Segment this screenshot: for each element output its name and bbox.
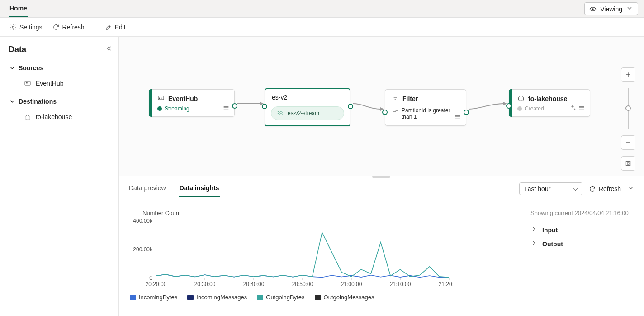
destinations-group-header[interactable]: Destinations — [9, 98, 114, 105]
sources-label: Sources — [19, 64, 43, 72]
svg-text:200.00k: 200.00k — [133, 246, 153, 253]
status-dot-icon — [157, 106, 162, 111]
zoom-slider[interactable] — [628, 88, 629, 129]
legend-outgoing-bytes[interactable]: OutgoingBytes — [257, 294, 304, 301]
node-title: to-lakehouse — [528, 95, 567, 102]
accordion-label: Output — [542, 240, 563, 248]
svg-rect-12 — [393, 110, 396, 112]
filter-icon — [392, 94, 399, 103]
output-port[interactable] — [464, 110, 469, 115]
node-accent — [149, 89, 152, 117]
svg-rect-4 — [27, 82, 28, 83]
eye-icon — [589, 5, 597, 13]
svg-text:21:00:00: 21:00:00 — [341, 281, 362, 287]
svg-rect-6 — [27, 84, 28, 84]
accordion-input[interactable]: Input — [530, 223, 635, 237]
svg-rect-3 — [26, 82, 27, 83]
stream-icon — [277, 110, 284, 117]
accordion-output[interactable]: Output — [530, 237, 635, 251]
timerange-select[interactable]: Last hour — [519, 182, 582, 195]
legend-incoming-messages[interactable]: IncomingMessages — [187, 294, 247, 301]
side-panel-title: Data — [9, 45, 114, 54]
lakehouse-icon — [517, 94, 525, 103]
tab-data-preview[interactable]: Data preview — [128, 180, 167, 197]
insights-refresh-label: Refresh — [599, 185, 621, 192]
node-title: es-v2 — [272, 94, 287, 101]
flow-canvas[interactable]: EventHub Streaming es-v2 es-v2-stream — [119, 37, 644, 176]
refresh-button[interactable]: Refresh — [52, 22, 85, 33]
showing-timestamp: Showing current 2024/04/04 21:16:00 — [530, 210, 635, 216]
chevron-right-icon — [530, 239, 538, 248]
settings-label: Settings — [19, 24, 43, 31]
node-more-button[interactable] — [454, 113, 461, 122]
eventhub-icon — [157, 94, 165, 103]
zoom-fit-button[interactable] — [621, 156, 635, 171]
legend-incoming-bytes[interactable]: IncomingBytes — [130, 294, 177, 301]
input-port[interactable] — [262, 104, 267, 109]
svg-rect-11 — [161, 98, 161, 99]
stream-pill-label: es-v2-stream — [288, 110, 319, 116]
svg-text:20:20:00: 20:20:00 — [146, 281, 167, 287]
refresh-label: Refresh — [62, 24, 85, 31]
collapse-panel-button[interactable] — [105, 45, 112, 53]
node-title: Filter — [402, 95, 418, 102]
node-stream[interactable]: es-v2 es-v2-stream — [265, 88, 350, 126]
tab-data-insights[interactable]: Data insights — [179, 180, 220, 197]
toolbar-separator — [95, 22, 95, 32]
node-eventhub[interactable]: EventHub Streaming — [149, 89, 235, 117]
source-item-eventhub[interactable]: EventHub — [9, 77, 114, 90]
chart-legend: IncomingBytes IncomingMessages OutgoingB… — [130, 294, 526, 301]
settings-button[interactable]: Settings — [9, 22, 43, 33]
stream-pill[interactable]: es-v2-stream — [271, 106, 344, 120]
node-more-button[interactable] — [578, 104, 585, 113]
timerange-value: Last hour — [524, 185, 550, 192]
svg-point-0 — [592, 8, 594, 10]
insights-chart: 0200.00k400.00k20:20:0020:30:0020:40:002… — [128, 217, 454, 290]
output-port[interactable] — [348, 104, 353, 109]
connector — [466, 100, 510, 114]
node-sink[interactable]: to-lakehouse Created — [509, 89, 590, 117]
svg-rect-8 — [159, 97, 160, 97]
zoom-out-button[interactable] — [621, 135, 635, 150]
input-port[interactable] — [506, 103, 511, 109]
side-panel: Data Sources EventHub Destinations — [0, 37, 119, 316]
condition-icon — [392, 107, 399, 115]
view-mode-dropdown[interactable]: Viewing — [584, 2, 638, 15]
chevron-down-icon — [9, 98, 16, 105]
input-port[interactable] — [382, 110, 388, 115]
gear-icon — [9, 24, 17, 31]
toolbar: Settings Refresh Edit — [0, 18, 644, 37]
legend-outgoing-messages[interactable]: OutgoingMessages — [315, 294, 374, 301]
tab-home[interactable]: Home — [9, 0, 28, 17]
insights-refresh-button[interactable]: Refresh — [589, 185, 621, 192]
svg-text:21:10:00: 21:10:00 — [390, 281, 411, 287]
svg-point-1 — [12, 26, 14, 28]
svg-text:21:20:00: 21:20:00 — [439, 281, 454, 287]
node-more-button[interactable] — [223, 104, 230, 113]
node-title: EventHub — [168, 95, 198, 102]
zoom-controls — [621, 67, 635, 171]
chevron-down-icon[interactable] — [627, 184, 635, 193]
zoom-in-button[interactable] — [621, 67, 635, 82]
legend-swatch — [315, 295, 321, 300]
svg-rect-7 — [158, 96, 164, 100]
node-filter[interactable]: Filter PartitionId is greater than 1 — [385, 89, 466, 126]
legend-swatch — [257, 295, 263, 300]
refresh-icon — [52, 24, 60, 31]
output-port[interactable] — [232, 103, 237, 109]
source-item-label: EventHub — [36, 80, 63, 87]
sparkle-icon — [569, 104, 576, 113]
svg-rect-17 — [626, 161, 630, 165]
zoom-thumb[interactable] — [625, 105, 631, 111]
sources-group-header[interactable]: Sources — [9, 64, 114, 72]
view-mode-label: Viewing — [600, 5, 622, 13]
node-status: Created — [525, 105, 544, 112]
edit-icon — [105, 24, 112, 31]
svg-text:20:30:00: 20:30:00 — [194, 281, 216, 287]
refresh-icon — [589, 185, 596, 192]
svg-text:20:40:00: 20:40:00 — [243, 281, 265, 287]
edit-button[interactable]: Edit — [104, 22, 127, 33]
chevron-down-icon — [626, 5, 633, 13]
svg-text:400.00k: 400.00k — [133, 218, 153, 224]
destination-item-lakehouse[interactable]: to-lakehouse — [9, 110, 114, 123]
